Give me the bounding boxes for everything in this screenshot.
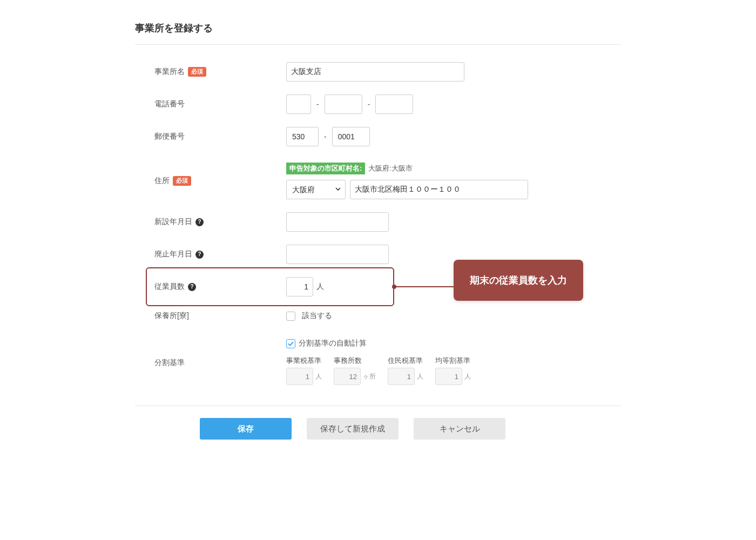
help-icon[interactable]: ?	[195, 218, 204, 226]
label-resort: 保養所[寮]	[154, 311, 189, 321]
resort-checkbox-label: 該当する	[302, 311, 332, 321]
split-item-resident-tax: 住民税基準 人	[388, 356, 423, 385]
split-label-3: 均等割基準	[435, 356, 470, 366]
split-unit-2: 人	[417, 372, 423, 381]
postal2-input[interactable]	[332, 127, 370, 146]
split-label-2: 住民税基準	[388, 356, 423, 366]
label-close-date: 廃止年月日	[154, 249, 192, 259]
prefecture-select[interactable]: 大阪府	[286, 180, 346, 199]
label-address: 住所	[154, 176, 170, 186]
label-office-name: 事業所名	[154, 67, 185, 77]
employees-unit: 人	[316, 282, 324, 292]
row-phone: 電話番号 - -	[135, 88, 621, 120]
target-city-badge: 申告対象の市区町村名:	[286, 163, 365, 174]
phone-sep2: -	[366, 100, 373, 109]
employees-input[interactable]	[286, 277, 313, 296]
split-label-0: 事業税基準	[286, 356, 321, 366]
row-address: 住所 必須 申告対象の市区町村名: 大阪府:大阪市 大阪府	[135, 153, 621, 206]
phone-part1-input[interactable]	[286, 94, 311, 114]
help-icon[interactable]: ?	[195, 251, 204, 259]
split-unit-0: 人	[315, 372, 322, 381]
split-input-2	[388, 368, 415, 385]
row-office-name: 事業所名 必須	[135, 56, 621, 88]
row-resort: 保養所[寮] 該当する	[135, 303, 621, 329]
label-phone: 電話番号	[154, 99, 185, 109]
office-registration-form: 事業所を登録する 事業所名 必須 電話番号 - - 郵便番号 -	[135, 22, 621, 451]
split-unit-3: 人	[464, 372, 471, 381]
phone-part2-input[interactable]	[325, 94, 362, 114]
phone-part3-input[interactable]	[375, 94, 413, 114]
label-split: 分割基準	[154, 358, 185, 368]
callout-employees: 期末の従業員数を入力	[454, 260, 583, 301]
prefecture-select-wrap[interactable]: 大阪府	[286, 180, 346, 199]
office-name-input[interactable]	[286, 62, 464, 82]
split-input-3	[435, 368, 462, 385]
callout-connector-line	[394, 286, 454, 287]
split-input-1	[334, 368, 361, 385]
form-footer: 保存 保存して新規作成 キャンセル	[135, 406, 621, 451]
split-item-business-tax: 事業税基準 人	[286, 356, 322, 385]
split-auto-checkbox[interactable]	[286, 339, 295, 348]
close-date-input[interactable]	[286, 245, 389, 264]
split-label-1: 事務所数	[334, 356, 362, 366]
split-input-0	[286, 368, 313, 385]
open-date-input[interactable]	[286, 212, 389, 232]
cancel-button[interactable]: キャンセル	[414, 418, 505, 440]
page-title: 事業所を登録する	[135, 22, 621, 45]
label-employees: 従業員数	[154, 282, 185, 292]
row-postal: 郵便番号 -	[135, 120, 621, 153]
split-item-per-capita: 均等割基準 人	[435, 356, 471, 385]
postal-sep: -	[322, 132, 329, 141]
phone-sep1: -	[314, 100, 321, 109]
split-unit-1: ヶ所	[363, 372, 376, 381]
resort-checkbox[interactable]	[286, 312, 295, 321]
row-split: 分割基準 分割基準の自動計算 事業税基準 人 事務所数	[135, 329, 621, 392]
row-open-date: 新設年月日 ?	[135, 206, 621, 238]
address-detail-input[interactable]	[350, 180, 528, 199]
save-and-new-button[interactable]: 保存して新規作成	[307, 418, 399, 440]
postal1-input[interactable]	[286, 127, 319, 146]
label-open-date: 新設年月日	[154, 217, 192, 227]
required-badge-address: 必須	[173, 176, 191, 185]
split-auto-label: 分割基準の自動計算	[299, 339, 367, 348]
required-badge: 必須	[188, 67, 206, 76]
label-postal: 郵便番号	[154, 132, 185, 141]
target-city-text: 大阪府:大阪市	[368, 164, 413, 173]
split-columns: 事業税基準 人 事務所数 ヶ所 住民税基準	[286, 356, 471, 385]
save-button[interactable]: 保存	[200, 418, 292, 440]
help-icon[interactable]: ?	[188, 283, 196, 291]
split-item-office-count: 事務所数 ヶ所	[334, 356, 376, 385]
